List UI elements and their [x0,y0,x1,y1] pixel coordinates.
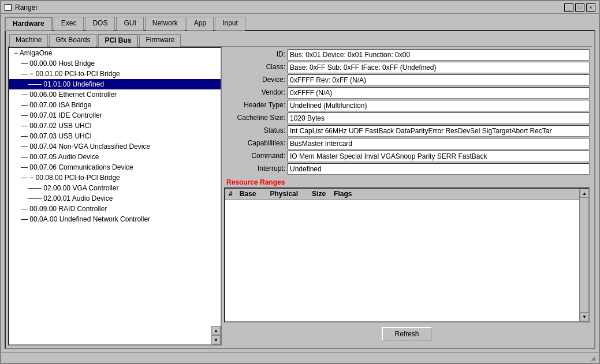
resource-table: # Base Physical Size Flags ▲ ▼ [224,187,590,322]
main-tab-bar: Hardware Exec DOS GUI Network App Input [1,14,599,30]
title-bar: Ranger _ □ × [1,1,599,14]
maximize-button[interactable]: □ [575,3,584,12]
tree-item-isa-bridge[interactable]: — 00.07.00 ISA Bridge [9,100,221,110]
resource-ranges-label: Resource Ranges [226,178,590,186]
resize-icon: ◢ [591,355,595,361]
tree-item-undefined-0101[interactable]: —— 01.01.00 Undefined [9,79,221,89]
pci-bus-content: − AmigaOne — 00.00.00 Host Bridge — − 00… [8,46,592,346]
tab-input[interactable]: Input [215,17,245,31]
tree-item-audio1[interactable]: — 00.07.05 Audio Device [9,152,221,162]
field-label-capabilities: Capabilities: [224,138,288,148]
tree-item-non-vga[interactable]: — 00.07.04 Non-VGA Unclassified Device [9,141,221,152]
field-value-header-type: Undefined (Multifunction) [288,100,590,111]
hardware-content: Machine Gfx Boards PCI Bus Firmware − Am… [5,30,595,349]
field-value-capabilities: BusMaster Intercard [288,138,590,149]
tree-item-host-bridge[interactable]: — 00.00.00 Host Bridge [9,58,221,69]
tree-scroll-down[interactable]: ▼ [211,335,221,344]
field-row-interrupt: Interrupt: Undefined [224,163,590,175]
tab-hardware[interactable]: Hardware [5,17,53,31]
field-value-vendor: 0xFFFF (N/A) [288,87,590,99]
tree-panel: − AmigaOne — 00.00.00 Host Bridge — − 00… [8,47,222,346]
field-label-id: ID: [224,49,288,59]
tree-item-audio2[interactable]: —— 02.00.01 Audio Device [9,193,221,204]
col-header-num: # [226,189,235,198]
sub-tab-firmware[interactable]: Firmware [139,34,181,47]
field-label-command: Command: [224,151,288,161]
details-panel: ID: Bus: 0x01 Device: 0x01 Function: 0x0… [222,47,592,346]
field-row-capabilities: Capabilities: BusMaster Intercard [224,138,590,149]
col-header-flags: Flags [328,189,354,198]
field-label-cacheline: Cacheline Size: [224,112,288,123]
col-header-size: Size [300,189,328,198]
field-label-status: Status: [224,125,288,136]
tab-gui[interactable]: GUI [116,17,143,31]
resource-scroll-track[interactable] [580,198,588,312]
window-controls: _ □ × [564,3,595,12]
tree-item-comm[interactable]: — 00.07.06 Communications Device [9,162,221,172]
tree-item-usb1[interactable]: — 00.07.02 USB UHCI [9,121,221,131]
resource-table-header: # Base Physical Size Flags [225,189,588,200]
tree-item-ide[interactable]: — 00.07.01 IDE Controller [9,110,221,121]
tree-item-raid[interactable]: — 00.09.00 RAID Controller [9,204,221,214]
sub-tab-bar: Machine Gfx Boards PCI Bus Firmware [6,31,594,46]
field-label-class: Class: [224,62,288,72]
sub-tab-pci-bus[interactable]: PCI Bus [98,34,138,47]
field-label-header-type: Header Type: [224,100,288,110]
minimize-button[interactable]: _ [564,3,573,12]
field-value-cacheline: 1020 Bytes [288,112,590,124]
resource-table-body [225,200,588,321]
field-value-command: IO Mem Master Special Inval VGASnoop Par… [288,151,590,162]
tab-dos[interactable]: DOS [85,17,115,31]
field-label-vendor: Vendor: [224,87,288,97]
col-header-base: Base [235,189,259,198]
field-row-command: Command: IO Mem Master Special Inval VGA… [224,151,590,162]
window-title: Ranger [15,3,38,12]
field-row-status: Status: Int CapList 66MHz UDF FastBack D… [224,125,590,137]
field-row-device: Device: 0xFFFF Rev: 0xFF (N/A) [224,74,590,86]
status-bar: ◢ [1,352,599,363]
refresh-button[interactable]: Refresh [382,327,431,341]
field-label-device: Device: [224,74,288,85]
tree-item-pci-pci-01[interactable]: — − 00.01.00 PCI-to-PCI Bridge [9,69,221,79]
field-label-interrupt: Interrupt: [224,163,288,174]
resource-scroll-down[interactable]: ▼ [580,312,589,321]
tree-scroll-controls: ▲ ▼ [211,326,221,344]
field-row-id: ID: Bus: 0x01 Device: 0x01 Function: 0x0… [224,49,590,61]
sub-tab-gfx-boards[interactable]: Gfx Boards [49,34,96,47]
resource-scrollbar: ▲ ▼ [579,189,588,321]
tab-app[interactable]: App [187,17,214,31]
tree-scroll-up[interactable]: ▲ [211,326,221,335]
field-value-interrupt: Undefined [288,163,590,175]
tree-item-net-ctrl[interactable]: — 00.0A.00 Undefined Network Controller [9,214,221,224]
field-row-class: Class: Base: 0xFF Sub: 0xFF IFace: 0xFF … [224,62,590,73]
close-button[interactable]: × [586,3,595,12]
tree-item-pci-pci-08[interactable]: — − 00.08.00 PCI-to-PCI Bridge [9,172,221,183]
tree-item-vga[interactable]: —— 02.00.00 VGA Controller [9,183,221,193]
field-row-header-type: Header Type: Undefined (Multifunction) [224,100,590,111]
tab-network[interactable]: Network [145,17,185,31]
tree-inner[interactable]: − AmigaOne — 00.00.00 Host Bridge — − 00… [9,48,221,344]
field-row-vendor: Vendor: 0xFFFF (N/A) [224,87,590,99]
field-value-device: 0xFFFF Rev: 0xFF (N/A) [288,74,590,86]
resource-scroll-up[interactable]: ▲ [580,189,589,198]
tab-exec[interactable]: Exec [54,17,84,31]
field-value-status: Int CapList 66MHz UDF FastBack DataParit… [288,125,590,137]
tree-item-ethernet[interactable]: — 00.06.00 Ethernet Controller [9,89,221,100]
tree-item-usb2[interactable]: — 00.07.03 USB UHCI [9,131,221,141]
field-value-class: Base: 0xFF Sub: 0xFF IFace: 0xFF (Undefi… [288,62,590,73]
field-value-id: Bus: 0x01 Device: 0x01 Function: 0x00 [288,49,590,61]
main-window: Ranger _ □ × Hardware Exec DOS GUI Netwo… [0,0,600,364]
refresh-row: Refresh [224,325,590,343]
window-icon [5,4,12,11]
col-header-physical: Physical [258,189,300,198]
sub-tab-machine[interactable]: Machine [9,34,48,47]
tree-item-amigaone[interactable]: − AmigaOne [9,48,221,58]
field-row-cacheline: Cacheline Size: 1020 Bytes [224,112,590,124]
